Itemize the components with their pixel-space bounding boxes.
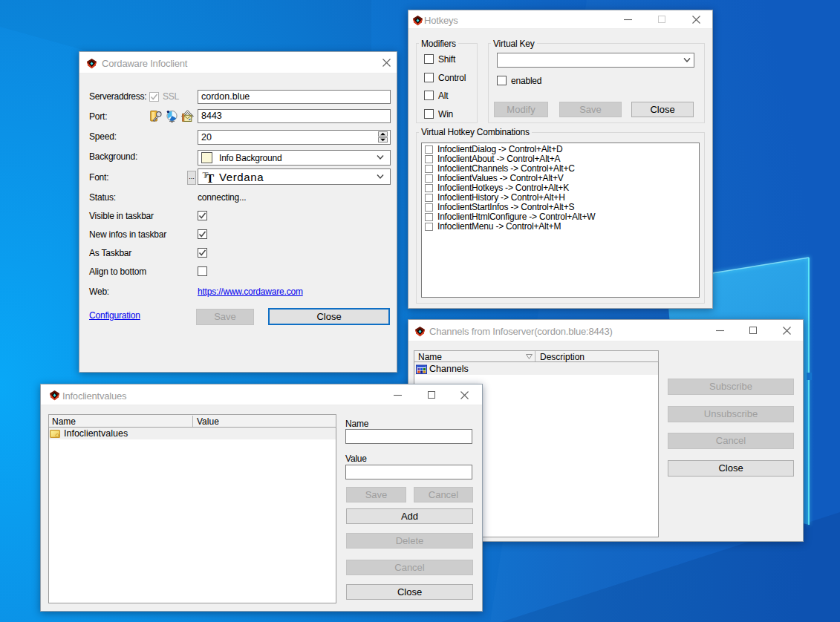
svg-text:T: T	[206, 172, 215, 184]
